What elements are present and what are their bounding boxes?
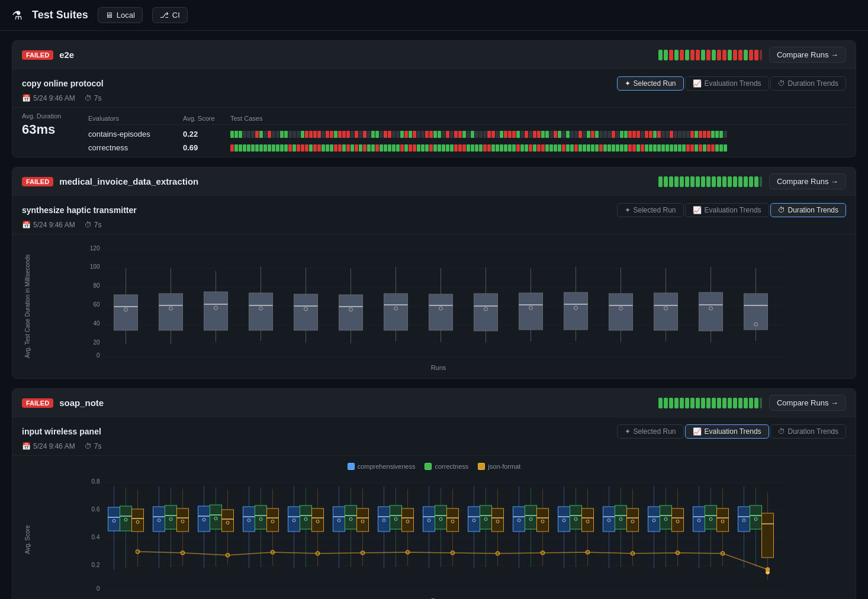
- dot: [738, 176, 742, 187]
- tc-dot: [595, 131, 599, 138]
- tc-dot: [661, 131, 665, 138]
- tc-dot: [529, 131, 532, 138]
- boxplot-3: [204, 271, 228, 342]
- svg-text:0.4: 0.4: [92, 534, 100, 540]
- svg-rect-19: [159, 294, 183, 330]
- dot: [717, 50, 721, 60]
- tc-dot: [359, 144, 362, 152]
- tc-dot: [268, 131, 271, 138]
- tc-dot: [301, 131, 304, 138]
- svg-text:0.2: 0.2: [92, 562, 100, 568]
- svg-text:20: 20: [93, 339, 100, 346]
- test-cases-col-label: Test Cases: [230, 115, 846, 122]
- dot: [728, 176, 732, 187]
- dot: [674, 176, 679, 187]
- compare-runs-button-medical[interactable]: Compare Runs →: [769, 173, 846, 189]
- tc-dot: [566, 131, 570, 138]
- dot: [760, 176, 762, 187]
- suite-name-medical: medical_invoice_data_extraction: [59, 176, 198, 186]
- tc-dot: [454, 144, 458, 152]
- legend-color-comprehensiveness: [348, 463, 355, 470]
- evaluator-score: 0.69: [183, 143, 230, 152]
- tc-dot: [500, 144, 503, 152]
- tc-dot: [326, 144, 329, 152]
- test-cases-dots-row2: [230, 144, 846, 152]
- dot: [696, 398, 700, 408]
- run-tabs-e2e: ✦ Selected Run 📈 Evaluation Trends ⏱ Dur…: [617, 76, 847, 91]
- test-cases-dots-row1: [230, 131, 846, 138]
- tc-dot: [322, 131, 325, 138]
- tab-selected-run-e2e[interactable]: ✦ Selected Run: [617, 76, 684, 91]
- tc-dot: [479, 131, 483, 138]
- tc-dot: [450, 131, 454, 138]
- tc-dot: [351, 131, 354, 138]
- tc-dot: [342, 131, 346, 138]
- dot: [669, 176, 673, 187]
- tc-dot: [641, 131, 644, 138]
- tc-dot: [458, 144, 462, 152]
- tc-dot: [583, 144, 586, 152]
- tc-dot: [636, 144, 640, 152]
- legend-correctness: correctness: [425, 463, 468, 470]
- tc-dot: [239, 144, 242, 152]
- tab-evaluation-trends-soap[interactable]: 📈 Evaluation Trends: [685, 424, 769, 439]
- tab-evaluation-trends-e2e[interactable]: 📈 Evaluation Trends: [685, 76, 769, 91]
- tc-dot: [367, 144, 371, 152]
- svg-rect-31: [294, 294, 318, 330]
- tc-dot: [247, 144, 250, 152]
- tc-dot: [520, 131, 524, 138]
- run-title-soap: input wireless panel: [22, 427, 101, 436]
- tc-dot: [380, 144, 383, 152]
- tc-dot: [371, 131, 375, 138]
- tc-dot: [645, 131, 648, 138]
- tc-dot: [255, 144, 259, 152]
- tc-dot: [334, 131, 337, 138]
- tab-selected-run-medical[interactable]: ✦ Selected Run: [617, 203, 684, 217]
- tc-dot: [483, 144, 487, 152]
- tc-dot: [380, 131, 383, 138]
- suite-header-e2e: FAILED e2e: [12, 41, 856, 69]
- ci-button[interactable]: ⎇ CI: [152, 7, 188, 23]
- evaluators-col-label: Evaluators: [88, 115, 183, 122]
- svg-rect-51: [519, 293, 543, 330]
- tc-dot: [554, 144, 557, 152]
- compare-runs-button-e2e[interactable]: Compare Runs →: [769, 47, 846, 63]
- tab-label: Duration Trends: [788, 206, 838, 214]
- tc-dot: [711, 131, 715, 138]
- tab-selected-run-soap[interactable]: ✦ Selected Run: [617, 424, 684, 439]
- tc-dot: [554, 131, 557, 138]
- dot: [701, 176, 705, 187]
- duration-chart-medical: Avg. Test Case Duration in Milliseconds …: [12, 234, 856, 378]
- tc-dot: [699, 144, 702, 152]
- tc-dot: [558, 131, 561, 138]
- tc-dot: [491, 144, 495, 152]
- tc-dot: [674, 144, 677, 152]
- suite-card-e2e: FAILED e2e: [12, 40, 856, 157]
- svg-rect-39: [384, 294, 408, 330]
- tc-dot: [674, 131, 677, 138]
- tc-dot: [690, 131, 694, 138]
- tc-dot: [292, 144, 296, 152]
- tc-dot: [537, 144, 541, 152]
- tab-duration-trends-soap[interactable]: ⏱ Duration Trends: [770, 424, 846, 439]
- tc-dot: [288, 131, 292, 138]
- tab-duration-trends-medical[interactable]: ⏱ Duration Trends: [770, 203, 846, 217]
- compare-runs-button-soap[interactable]: Compare Runs →: [769, 395, 846, 411]
- run-info-medical: synthesize haptic transmitter ✦ Selected…: [12, 196, 856, 234]
- tc-dot: [607, 131, 611, 138]
- svg-rect-261: [762, 513, 774, 558]
- tc-dot: [234, 131, 238, 138]
- tc-dot: [612, 131, 615, 138]
- svg-rect-63: [654, 293, 678, 330]
- tab-evaluation-trends-medical[interactable]: 📈 Evaluation Trends: [685, 203, 769, 217]
- dot: [717, 398, 721, 408]
- boxplot-4: [249, 266, 273, 341]
- tc-dot: [707, 131, 711, 138]
- boxplot-1: [114, 268, 138, 344]
- dot: [664, 176, 668, 187]
- tab-duration-trends-e2e[interactable]: ⏱ Duration Trends: [770, 76, 846, 91]
- eval-boxplot-r15: [738, 487, 774, 580]
- tc-dot: [355, 131, 358, 138]
- tc-dot: [529, 144, 532, 152]
- local-button[interactable]: 🖥 Local: [98, 7, 143, 23]
